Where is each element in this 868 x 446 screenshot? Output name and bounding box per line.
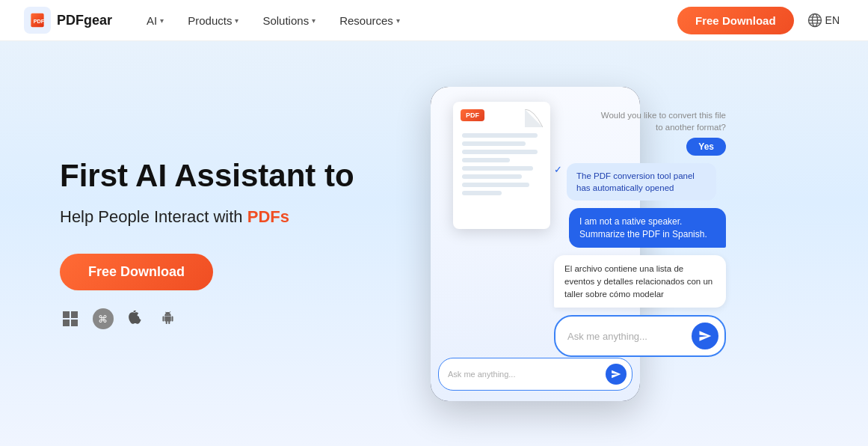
nav-solutions[interactable]: Solutions ▾ — [252, 8, 326, 33]
send-icon — [698, 329, 712, 343]
svg-text:⌘: ⌘ — [98, 314, 108, 325]
globe-icon — [807, 13, 822, 28]
yes-button-row: Yes — [554, 138, 726, 156]
pdf-line — [462, 141, 526, 146]
macos-icon: ⌘ — [93, 308, 114, 329]
svg-rect-10 — [71, 311, 78, 318]
hero-illustration: PDF — [404, 41, 868, 446]
hero-free-download-button[interactable]: Free Download — [60, 254, 213, 290]
system-info-bubble: The PDF conversion tool panel has automa… — [567, 163, 716, 201]
system-info-row: ✓ The PDF conversion tool panel has auto… — [554, 163, 726, 201]
chevron-down-icon: ▾ — [396, 16, 400, 25]
pdf-line — [462, 133, 538, 138]
chat-send-button[interactable] — [692, 323, 718, 349]
hero-content: First AI Assistant to Help People Intera… — [60, 158, 354, 329]
navbar: PDF PDFgear AI ▾ Products ▾ Solutions ▾ … — [0, 0, 868, 41]
pdf-lines — [453, 127, 550, 201]
chevron-down-icon: ▾ — [312, 16, 316, 25]
pdf-line — [462, 150, 538, 154]
navbar-actions: Free Download EN — [677, 7, 844, 34]
svg-text:PDF: PDF — [34, 18, 45, 25]
yes-badge: Yes — [686, 138, 726, 156]
nav-resources-label: Resources — [339, 14, 393, 27]
language-selector[interactable]: EN — [803, 8, 844, 32]
hero-subtitle: Help People Interact with PDFs — [60, 207, 354, 227]
language-label: EN — [825, 14, 840, 26]
screen-input-placeholder: Ask me anything... — [448, 370, 601, 379]
nav-free-download-button[interactable]: Free Download — [677, 7, 794, 34]
svg-rect-9 — [63, 311, 70, 318]
hero-title-text: First AI Assistant to — [60, 158, 354, 193]
pdf-line — [462, 191, 502, 195]
check-icon: ✓ — [554, 164, 562, 175]
question-text: Would you like to convert this file to a… — [591, 109, 726, 133]
question-row: Would you like to convert this file to a… — [554, 109, 726, 133]
logo-link[interactable]: PDF PDFgear — [24, 7, 112, 34]
nav-products-label: Products — [188, 14, 232, 27]
main-nav: AI ▾ Products ▾ Solutions ▾ Resources ▾ — [136, 8, 677, 33]
chat-input-bar: Ask me anything... — [554, 315, 726, 357]
screen-input-bar: Ask me anything... — [438, 358, 632, 391]
chevron-down-icon: ▾ — [235, 16, 238, 25]
pdf-badge-label: PDF — [461, 109, 484, 121]
brand-name: PDFgear — [57, 13, 112, 28]
page-curl-icon — [525, 109, 543, 127]
hero-title: First AI Assistant to — [60, 158, 354, 194]
question-bubble-area: Would you like to convert this file to a… — [554, 109, 726, 358]
user-message-bubble: I am not a native speaker. Summarize the… — [569, 208, 726, 248]
hero-section: First AI Assistant to Help People Intera… — [0, 41, 868, 446]
hero-subtitle-highlight: PDFs — [247, 207, 289, 226]
windows-icon — [60, 308, 81, 329]
svg-rect-12 — [71, 320, 78, 326]
pdf-card-top: PDF — [453, 102, 550, 127]
nav-products[interactable]: Products ▾ — [177, 8, 249, 33]
svg-rect-11 — [63, 320, 70, 326]
nav-solutions-label: Solutions — [262, 14, 309, 27]
logo-icon: PDF — [24, 7, 51, 34]
pdf-line — [462, 174, 522, 179]
pdf-line — [462, 166, 533, 171]
user-message-row: I am not a native speaker. Summarize the… — [554, 208, 726, 248]
ai-response-bubble: El archivo contiene una lista de eventos… — [554, 255, 726, 308]
pdf-document-card: PDF — [453, 102, 550, 229]
nav-ai[interactable]: AI ▾ — [136, 8, 174, 33]
pdf-line — [462, 183, 529, 187]
device-mockup: PDF — [419, 57, 853, 431]
screen-send-button[interactable] — [606, 364, 627, 385]
ai-response-row: El archivo contiene una lista de eventos… — [554, 255, 726, 308]
android-icon — [158, 308, 179, 329]
apple-icon — [126, 308, 147, 329]
chat-input-placeholder: Ask me anything... — [567, 331, 686, 342]
chevron-down-icon: ▾ — [160, 16, 164, 25]
platform-icons: ⌘ — [60, 308, 354, 329]
pdf-line — [462, 158, 510, 162]
nav-ai-label: AI — [147, 14, 157, 27]
nav-resources[interactable]: Resources ▾ — [329, 8, 410, 33]
